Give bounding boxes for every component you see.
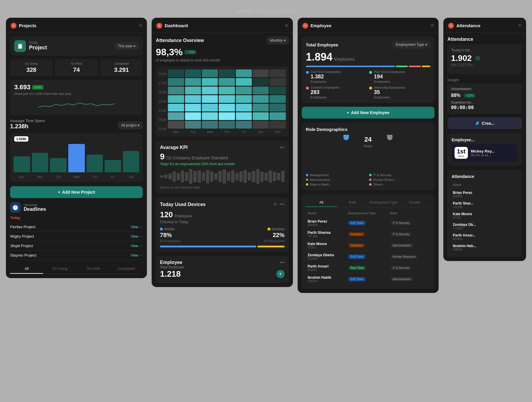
role-demo-card: Role Demographics 24 Roles [302, 123, 434, 190]
donut-svg: 24 Roles [338, 135, 398, 170]
bar-fri [105, 137, 121, 172]
kpi-based: Based on all employee data [160, 186, 284, 189]
devices-sub: Employees [175, 214, 192, 218]
emp-sub: Employees [334, 57, 355, 61]
projects-panel-header: ✕ Projects ≡ [6, 18, 147, 33]
tab-ongoing[interactable]: On Going [43, 264, 76, 274]
wave-bar [277, 173, 280, 180]
monthly-filter-btn[interactable]: Monthly ▾ [267, 37, 289, 44]
view-link-0[interactable]: View → [131, 225, 143, 229]
projects-title: Projects [19, 23, 36, 28]
view-link-1[interactable]: View → [131, 234, 143, 239]
att-table-row: Zendaya Gb... 572699 [452, 221, 518, 232]
svg-text:Roles: Roles [364, 144, 372, 148]
kpi-menu[interactable]: ••• [280, 145, 285, 150]
attendance-icon: ✕ [448, 23, 454, 29]
bar-sat [123, 137, 140, 172]
att-table-title: Attendance [452, 174, 518, 179]
att-table-row: Kate Moore 57355 [452, 210, 518, 221]
legend-management: Management [306, 173, 367, 177]
att-col-name: Name [452, 182, 518, 189]
emp-section-menu[interactable]: ••• [280, 260, 285, 265]
device-desktop: Desktop 22% 84 Employees [224, 227, 285, 243]
emp-add-btn[interactable]: + [276, 270, 285, 278]
attendance-overview: Attendance Overview Monthly ▾ 98,3% ↑ 12… [156, 37, 288, 62]
employee-menu[interactable]: ≡ [431, 22, 434, 29]
avg-value: 1.238h [10, 123, 45, 130]
total-value: Project [29, 45, 47, 51]
avg-section: Avarage Time Spent 1.238h All project ▾ … [10, 119, 143, 182]
dashboard-content: Attendance Overview Monthly ▾ 98,3% ↑ 12… [152, 33, 293, 287]
mobile-pct: 78% [160, 232, 220, 239]
bar-tooltip: 1.029h [14, 136, 28, 142]
devices-count: 120 [160, 210, 173, 219]
kpi-improvement: Yeay! It's an improvement 20% from last … [160, 162, 284, 166]
kpi-card: Avarage KPI ••• 9 /10 Company Employee S… [156, 141, 288, 193]
emp-type-bar [306, 66, 430, 67]
wave-bar [260, 171, 264, 182]
table-row: Parth Sharma 701389 Contract IT & Securi… [306, 229, 430, 240]
bar-mon [32, 137, 48, 172]
att-table-row: Ibrahim Hab... 438504 [452, 242, 518, 253]
add-employee-btn[interactable]: + Add New Employee [302, 107, 434, 119]
dashboard-emp-section: Employee ••• Total Employee 1.218 + [156, 256, 288, 283]
absenteeism-label: Absenteeism [451, 87, 471, 91]
view-link-3[interactable]: View → [131, 253, 143, 257]
employee-panel: ✕ Employee ≡ Total Employee Employment T… [298, 18, 439, 293]
year-filter-btn[interactable]: This year ▾ [115, 42, 139, 50]
overtime-value: 00:00:00 [451, 105, 518, 110]
employee-title: Employee [311, 23, 332, 28]
create-btn[interactable]: 🧳 Crea... [447, 117, 522, 129]
kpi-title: Avarage KPI [160, 145, 188, 150]
tab-onhold[interactable]: On Hold [77, 264, 110, 274]
att-section-title: Attendance [447, 37, 522, 42]
wave-bar [223, 169, 226, 184]
bar-sun [14, 137, 30, 172]
employee-content: Total Employee Employment Type ▾ 1.894 E… [298, 33, 439, 293]
wave-bar [218, 171, 222, 182]
bag-icon: 🧳 [475, 121, 480, 126]
emp-tab-all[interactable]: All [306, 199, 337, 207]
attendance-title: Attendance [456, 23, 481, 28]
tab-completed[interactable]: Completed [110, 264, 143, 274]
emp-sec-title: Employee... [452, 137, 475, 142]
emp-types-grid: Full-Time Employees 1.382 Employees Part… [306, 70, 430, 99]
devices-menu[interactable]: ••• [280, 202, 285, 207]
emp-tab-gender[interactable]: Gender [399, 199, 430, 207]
role-legend: Management IT & Security Administration … [306, 173, 430, 186]
deadline-item-3: Stayreo Project View → [10, 251, 143, 260]
tab-all[interactable]: All [10, 264, 43, 274]
view-link-2[interactable]: View → [131, 244, 143, 248]
emp-filter-btn[interactable]: Employment Type ▾ [392, 41, 430, 48]
wave-bar [214, 173, 218, 180]
projects-menu[interactable]: ≡ [139, 22, 142, 29]
refresh-icon[interactable]: ↻ [273, 202, 277, 207]
deadline-icon: 🕐 [10, 202, 21, 213]
dashboard-emp-sub: Total Employee [160, 265, 284, 269]
table-row: Brian Perez 609483 Full Time IT & Securi… [306, 218, 430, 229]
avg-filter-btn[interactable]: All project ▾ [118, 121, 143, 129]
emp-type-contract: Contract employees 283 Employees [306, 86, 367, 99]
dashboard-menu[interactable]: ≡ [285, 22, 288, 29]
att-table-card: Attendance Name Brian Perez 609483 [447, 170, 522, 257]
projects-panel: ✕ Projects ≡ 📋 TOTAL Project This year ▾ [6, 18, 147, 278]
heatmap-times: 19:00 17:00 15:00 13:00 11:00 09:00 07:0… [159, 69, 166, 134]
total-label: TOTAL [29, 41, 47, 45]
table-row: Kate Moore 57355 Contract Administration [306, 240, 430, 251]
emp-tab-role[interactable]: Role [337, 199, 368, 207]
dashboard-emp-title: Employee [160, 260, 182, 265]
add-project-btn[interactable]: + Add New Project [10, 186, 143, 198]
emp-section-card: Employee... 1st Rank Mickey Rey... 98.3%… [447, 133, 522, 166]
table-row: Ibrahim Habib 438504 Full Time Administr… [306, 274, 430, 285]
table-row: Zendaya Gbeho 572699 Full Time Human Res… [306, 251, 430, 262]
dashboard-emp-count: 1.218 [160, 269, 181, 279]
attendance-menu[interactable]: ≡ [518, 22, 521, 29]
chart-big-num: 3.693 [14, 83, 30, 91]
wave-bar [248, 172, 251, 181]
att-table-row: Parth Ansar... 869661 [452, 232, 518, 242]
wave-bar [281, 171, 284, 182]
bar-tue [50, 137, 66, 172]
projects-icon: ✕ [11, 23, 17, 29]
panels-container: ✕ Projects ≡ 📋 TOTAL Project This year ▾ [6, 18, 526, 293]
emp-tab-emptype[interactable]: Employment Type [368, 199, 399, 207]
